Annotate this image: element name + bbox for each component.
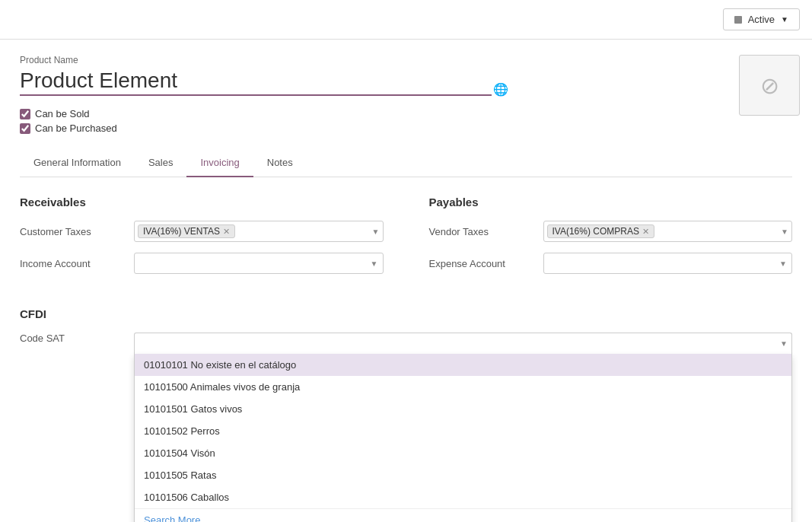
can-be-purchased-label: Can be Purchased bbox=[35, 123, 117, 134]
globe-icon[interactable]: 🌐 bbox=[493, 82, 508, 97]
can-be-sold-label: Can be Sold bbox=[35, 108, 90, 119]
main-content: ⊘ Product Name 🌐 Can be Sold Can be Purc… bbox=[0, 40, 812, 522]
income-account-label: Income Account bbox=[20, 258, 134, 269]
dropdown-item-10101502[interactable]: 10101502 Perros bbox=[135, 420, 791, 442]
invoicing-tab-content: Receivables Customer Taxes IVA(16%) VENT… bbox=[20, 177, 792, 372]
expense-account-arrow-icon: ▼ bbox=[779, 259, 787, 268]
product-image[interactable]: ⊘ bbox=[739, 55, 800, 116]
receivables-title: Receivables bbox=[20, 196, 384, 208]
code-sat-label: Code SAT bbox=[20, 333, 134, 344]
customer-taxes-tag: IVA(16%) VENTAS ✕ bbox=[138, 224, 235, 238]
expense-account-select[interactable]: ▼ bbox=[543, 253, 793, 274]
tab-notes[interactable]: Notes bbox=[253, 149, 307, 177]
income-account-select[interactable]: ▼ bbox=[134, 253, 384, 274]
status-dot-icon bbox=[734, 16, 742, 24]
product-name-input[interactable] bbox=[20, 68, 492, 96]
tab-invoicing[interactable]: Invoicing bbox=[186, 149, 253, 177]
expense-account-wrapper: ▼ bbox=[543, 253, 793, 274]
income-account-wrapper: ▼ bbox=[134, 253, 384, 274]
can-be-purchased-checkbox[interactable] bbox=[20, 123, 30, 134]
dropdown-item-10101500[interactable]: 10101500 Animales vivos de granja bbox=[135, 376, 791, 398]
can-be-sold-row[interactable]: Can be Sold bbox=[20, 108, 792, 119]
vendor-taxes-input[interactable]: IVA(16%) COMPRAS ✕ ▼ bbox=[543, 221, 793, 242]
expense-account-label: Expense Account bbox=[429, 258, 543, 269]
code-sat-arrow-icon: ▼ bbox=[780, 339, 788, 348]
code-sat-input-wrapper[interactable]: ▼ bbox=[134, 333, 792, 354]
code-sat-input[interactable] bbox=[139, 338, 773, 349]
customer-taxes-remove[interactable]: ✕ bbox=[223, 227, 230, 237]
dropdown-item-01010101[interactable]: 01010101 No existe en el catálogo bbox=[135, 354, 791, 376]
camera-icon: ⊘ bbox=[760, 72, 779, 99]
search-more-link[interactable]: Search More... bbox=[135, 508, 791, 522]
income-account-row: Income Account ▼ bbox=[20, 253, 384, 274]
vendor-taxes-label: Vendor Taxes bbox=[429, 226, 543, 237]
active-label: Active bbox=[748, 14, 775, 25]
can-be-purchased-row[interactable]: Can be Purchased bbox=[20, 123, 792, 134]
vendor-taxes-arrow-icon: ▼ bbox=[778, 228, 788, 236]
product-name-label: Product Name bbox=[20, 55, 792, 65]
vendor-taxes-remove[interactable]: ✕ bbox=[642, 227, 649, 237]
income-account-value: ▼ bbox=[134, 253, 384, 274]
customer-taxes-value: IVA(16%) VENTAS ✕ ▼ bbox=[134, 221, 384, 242]
vendor-taxes-row: Vendor Taxes IVA(16%) COMPRAS ✕ ▼ bbox=[429, 221, 793, 242]
top-bar: Active ▼ bbox=[0, 0, 812, 40]
chevron-down-icon: ▼ bbox=[781, 15, 788, 24]
customer-taxes-row: Customer Taxes IVA(16%) VENTAS ✕ ▼ bbox=[20, 221, 384, 242]
can-be-sold-checkbox[interactable] bbox=[20, 109, 30, 119]
tabs: General Information Sales Invoicing Note… bbox=[20, 149, 792, 177]
expense-account-value: ▼ bbox=[543, 253, 793, 274]
dropdown-item-10101501[interactable]: 10101501 Gatos vivos bbox=[135, 398, 791, 420]
dropdown-item-10101506[interactable]: 10101506 Caballos bbox=[135, 486, 791, 508]
tab-sales[interactable]: Sales bbox=[135, 149, 187, 177]
code-sat-dropdown-list: 01010101 No existe en el catálogo 101015… bbox=[134, 354, 792, 522]
tab-general[interactable]: General Information bbox=[20, 149, 135, 177]
cfdi-title: CFDI bbox=[20, 307, 792, 320]
checkboxes: Can be Sold Can be Purchased bbox=[20, 108, 792, 134]
vendor-taxes-tag: IVA(16%) COMPRAS ✕ bbox=[547, 224, 654, 238]
vendor-taxes-value: IVA(16%) COMPRAS ✕ ▼ bbox=[543, 221, 793, 242]
dropdown-item-10101505[interactable]: 10101505 Ratas bbox=[135, 464, 791, 486]
customer-taxes-arrow-icon: ▼ bbox=[369, 228, 380, 236]
payables-col: Payables Vendor Taxes IVA(16%) COMPRAS ✕… bbox=[429, 196, 793, 285]
payables-title: Payables bbox=[429, 196, 793, 208]
dropdown-item-10101504[interactable]: 10101504 Visón bbox=[135, 442, 791, 464]
code-sat-dropdown-container: ▼ 01010101 No existe en el catálogo 1010… bbox=[134, 333, 792, 354]
expense-account-row: Expense Account ▼ bbox=[429, 253, 793, 274]
customer-taxes-input[interactable]: IVA(16%) VENTAS ✕ ▼ bbox=[134, 221, 384, 242]
invoicing-columns: Receivables Customer Taxes IVA(16%) VENT… bbox=[20, 196, 792, 285]
receivables-col: Receivables Customer Taxes IVA(16%) VENT… bbox=[20, 196, 384, 285]
income-account-arrow-icon: ▼ bbox=[371, 259, 378, 268]
active-button[interactable]: Active ▼ bbox=[723, 8, 800, 30]
cfdi-section: CFDI Code SAT ▼ 01010101 No existe en el… bbox=[20, 307, 792, 354]
code-sat-row: Code SAT ▼ 01010101 No existe en el catá… bbox=[20, 333, 792, 354]
customer-taxes-label: Customer Taxes bbox=[20, 226, 134, 237]
